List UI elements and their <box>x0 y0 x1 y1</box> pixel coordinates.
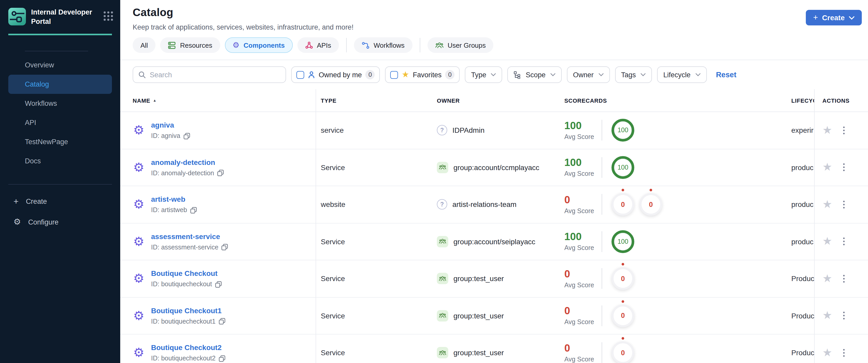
copy-icon[interactable] <box>219 355 225 362</box>
tab-apis[interactable]: APIs <box>297 37 339 53</box>
scorecard-ring[interactable]: 0 <box>612 193 634 216</box>
row-actions: ★ <box>814 273 868 284</box>
scorecard-ring[interactable]: 100 <box>612 230 634 253</box>
tabs-divider <box>346 38 347 52</box>
tab-all[interactable]: All <box>133 37 156 53</box>
scorecard-ring[interactable]: 0 <box>612 267 634 290</box>
copy-icon[interactable] <box>190 207 197 214</box>
component-name-link[interactable]: artist-web <box>151 195 197 204</box>
tab-workflows[interactable]: Workflows <box>354 37 412 53</box>
favorite-star-icon[interactable]: ★ <box>823 236 832 247</box>
component-gear-icon: ⚙ <box>133 310 144 322</box>
sidebar: Internal Developer Portal OverviewCatalo… <box>0 0 120 363</box>
create-button[interactable]: + Create <box>806 10 862 25</box>
favorites-filter[interactable]: ★ Favorites 0 <box>385 66 460 83</box>
sidebar-item-overview[interactable]: Overview <box>8 56 112 75</box>
component-name-link[interactable]: Boutique Checkout1 <box>151 306 225 315</box>
scorecard-ring[interactable]: 100 <box>612 119 634 142</box>
reset-button[interactable]: Reset <box>716 70 736 79</box>
favorite-star-icon[interactable]: ★ <box>823 125 832 136</box>
owned-by-me-checkbox[interactable] <box>297 71 304 79</box>
favorites-label: Favorites <box>413 71 441 79</box>
kebab-menu-icon[interactable] <box>842 125 846 135</box>
avg-score-value: 0 <box>564 343 602 353</box>
avg-score-label: Avg Score <box>564 133 602 141</box>
sidebar-create-button[interactable]: + Create <box>0 191 120 212</box>
kebab-menu-icon[interactable] <box>842 199 846 210</box>
sidebar-configure-button[interactable]: ⚙ Configure <box>0 212 120 232</box>
owner-filter-dropdown[interactable]: Owner <box>567 66 610 83</box>
scorecard-ring[interactable]: 0 <box>612 304 634 327</box>
owned-by-me-filter[interactable]: Owned by me 0 <box>291 66 380 83</box>
copy-icon[interactable] <box>215 281 222 288</box>
scorecard-ring[interactable]: 0 <box>640 193 662 216</box>
component-type: Service <box>321 349 437 357</box>
table-row[interactable]: ⚙ Boutique Checkout2 ID: boutiquecheckou… <box>120 334 868 363</box>
apps-grid-icon[interactable] <box>104 11 113 21</box>
component-gear-icon: ⚙ <box>133 124 144 137</box>
tab-user-groups[interactable]: User Groups <box>427 37 493 53</box>
favorite-star-icon[interactable]: ★ <box>823 347 832 358</box>
component-owner: group:test_user <box>437 273 564 284</box>
favorite-star-icon[interactable]: ★ <box>823 162 832 173</box>
kebab-menu-icon[interactable] <box>842 236 846 247</box>
component-owner: group:account/seiplayacc <box>437 236 564 247</box>
tags-filter-dropdown[interactable]: Tags <box>615 66 652 83</box>
tab-label: Workflows <box>374 41 404 49</box>
sidebar-item-testnewpage[interactable]: TestNewPage <box>8 132 112 151</box>
sidebar-item-api[interactable]: API <box>8 113 112 132</box>
tab-label: Components <box>244 41 285 49</box>
table-body: ⚙ agniva ID: agniva service ? IDPAdmin 1… <box>120 112 868 363</box>
favorite-star-icon[interactable]: ★ <box>823 310 832 321</box>
sort-asc-icon[interactable]: ▲ <box>153 98 157 102</box>
scorecard-ring[interactable]: 0 <box>612 341 634 363</box>
table-row[interactable]: ⚙ agniva ID: agniva service ? IDPAdmin 1… <box>120 112 868 149</box>
copy-icon[interactable] <box>221 244 228 251</box>
kebab-menu-icon[interactable] <box>842 310 846 321</box>
row-actions: ★ <box>814 236 868 247</box>
table-row[interactable]: ⚙ assessment-service ID: assessment-serv… <box>120 223 868 260</box>
kebab-menu-icon[interactable] <box>842 162 846 173</box>
kebab-menu-icon[interactable] <box>842 273 846 284</box>
favorite-star-icon[interactable]: ★ <box>823 199 832 210</box>
sidebar-item-catalog[interactable]: Catalog <box>8 75 112 94</box>
component-name-link[interactable]: agniva <box>151 121 190 129</box>
copy-icon[interactable] <box>183 133 190 140</box>
type-filter-dropdown[interactable]: Type <box>465 66 502 83</box>
kebab-menu-icon[interactable] <box>842 347 846 358</box>
tab-components[interactable]: ⚙Components <box>225 37 292 53</box>
component-name-link[interactable]: Boutique Checkout <box>151 269 222 278</box>
favorite-star-icon[interactable]: ★ <box>823 273 832 284</box>
score-divider <box>602 231 602 252</box>
column-header-name[interactable]: NAME▲ <box>120 97 321 103</box>
sidebar-nav: OverviewCatalogWorkflowsAPITestNewPageDo… <box>0 56 120 171</box>
resources-icon <box>168 41 176 49</box>
table-row[interactable]: ⚙ anomaly-detection ID: anomaly-detectio… <box>120 149 868 186</box>
table-row[interactable]: ⚙ Boutique Checkout1 ID: boutiquecheckou… <box>120 297 868 334</box>
table-row[interactable]: ⚙ artist-web ID: artistweb website ? art… <box>120 186 868 223</box>
copy-icon[interactable] <box>219 318 225 325</box>
score-divider <box>602 342 602 363</box>
sidebar-item-workflows[interactable]: Workflows <box>8 94 112 113</box>
create-button-label: Create <box>822 13 845 22</box>
component-lifecycle: produc <box>791 163 814 172</box>
favorites-checkbox[interactable] <box>391 71 398 79</box>
lifecycle-filter-dropdown[interactable]: Lifecycle <box>657 66 707 83</box>
search-input[interactable]: Search <box>133 66 286 83</box>
component-name-link[interactable]: assessment-service <box>151 232 228 241</box>
workflows-icon <box>362 41 370 49</box>
sidebar-item-docs[interactable]: Docs <box>8 151 112 171</box>
scorecard-ring[interactable]: 100 <box>612 156 634 179</box>
component-owner: ? IDPAdmin <box>437 125 564 135</box>
component-owner: ? artist-relations-team <box>437 200 564 210</box>
chevron-down-icon <box>598 73 603 76</box>
tab-label: All <box>141 41 148 49</box>
table-row[interactable]: ⚙ Boutique Checkout ID: boutiquecheckout… <box>120 260 868 297</box>
copy-icon[interactable] <box>217 170 224 177</box>
component-name-link[interactable]: Boutique Checkout2 <box>151 343 225 352</box>
sidebar-accent-line <box>8 34 112 35</box>
component-name-link[interactable]: anomaly-detection <box>151 158 224 167</box>
scope-filter-dropdown[interactable]: Scope <box>507 66 562 83</box>
column-header-lifecyc: LIFECYC <box>791 97 814 103</box>
tab-resources[interactable]: Resources <box>160 37 220 53</box>
